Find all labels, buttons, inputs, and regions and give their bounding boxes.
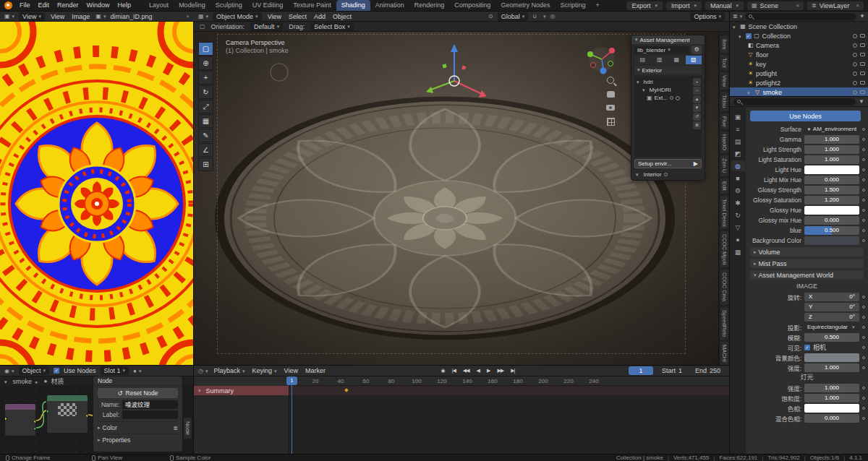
workspace-tab-layout[interactable]: Layout [144, 0, 174, 11]
playback-menu[interactable]: Playback [213, 367, 247, 374]
hide-eye-icon[interactable] [853, 53, 857, 57]
snap-magnet-icon[interactable]: ∪ [532, 13, 537, 20]
tab-view-layer[interactable]: ▤ [731, 136, 745, 147]
add-menu[interactable]: Add [312, 13, 327, 20]
asset-tab-2-icon[interactable]: ▥ [652, 56, 668, 64]
add-primitive-tool[interactable]: ⊞ [198, 158, 213, 171]
breadcrumb-object[interactable]: smoke [13, 378, 33, 385]
mist-pass-section[interactable]: Mist Pass [750, 259, 864, 268]
sidebar-tab-9[interactable]: Texel Densi [720, 196, 728, 230]
remove-button[interactable]: − [693, 87, 701, 95]
box-select-tool[interactable]: ▢ [198, 42, 213, 56]
light-saturation2-field[interactable]: 1.000 [804, 394, 859, 402]
sidebar-tab-10[interactable]: CCOC Mpoli [720, 231, 728, 267]
outliner-row-collection[interactable]: ✓ ▢ Collection [730, 31, 868, 40]
hide-eye-icon[interactable] [853, 90, 857, 95]
hide-eye-icon[interactable] [853, 43, 857, 48]
outliner-row-potlight2[interactable]: ☀ potlight2 [730, 78, 868, 87]
workspace-tab-texture-paint[interactable]: Texture Paint [288, 0, 336, 11]
prev-keyframe-button[interactable]: ◀◀ [461, 368, 471, 374]
filter-funnel-icon[interactable]: ▼ [859, 13, 865, 20]
view-menu[interactable]: View [266, 13, 283, 20]
menu-render[interactable]: Render [54, 0, 82, 11]
disable-render-icon[interactable] [860, 72, 865, 75]
tab-world[interactable]: ◍ [731, 160, 745, 171]
light-mix-hue-field[interactable]: 0.000 [804, 176, 859, 184]
hide-eye-icon[interactable] [853, 62, 857, 66]
tab-output[interactable]: ≡ [731, 124, 745, 134]
manual-button[interactable]: Manual [705, 1, 744, 10]
asset-group-hdri[interactable]: hdri [637, 78, 692, 86]
disable-render-icon[interactable] [860, 81, 865, 85]
sidebar-tab-8[interactable]: Edit [720, 178, 728, 194]
asset-tab-4-icon[interactable]: ▧ [686, 56, 702, 64]
add-workspace-button[interactable]: + [590, 0, 604, 11]
material-browse-icon[interactable]: ● [133, 368, 141, 374]
tab-render[interactable]: ▣ [731, 111, 745, 122]
light-strength-field[interactable]: 1.000 [804, 145, 859, 154]
viewport-3d[interactable]: Camera Perspective (1) Collection | smok… [194, 32, 729, 365]
animate-dot-icon[interactable] [862, 387, 865, 389]
asset-category-dropdown[interactable]: Exterior [634, 66, 702, 74]
jump-to-start-button[interactable]: |◀ [451, 368, 457, 374]
viewlayer-unlink-icon[interactable]: × [856, 2, 859, 9]
play-reverse-button[interactable]: ◀ [475, 368, 481, 374]
collection-checkbox[interactable]: ✓ [746, 33, 752, 39]
editor-type-3d-icon[interactable]: ▦ [198, 13, 208, 20]
editor-type-outliner-icon[interactable]: ≣ [733, 13, 742, 20]
play-button[interactable]: ▶ [485, 368, 491, 374]
use-nodes-checkbox[interactable]: ✓ [54, 368, 59, 374]
export-button[interactable]: Export [626, 1, 663, 10]
asset-subitem-ext[interactable]: ▣ Ext... [637, 94, 692, 102]
list-menu-button[interactable]: ≣ [693, 121, 701, 129]
hide-eye-icon[interactable] [853, 72, 857, 76]
use-nodes-button[interactable]: Use Nodes [750, 111, 861, 121]
disable-render-icon[interactable] [860, 62, 865, 66]
animate-dot-icon[interactable] [862, 168, 865, 171]
world-strength-field[interactable]: 1.000 [804, 363, 859, 372]
object-menu[interactable]: Object [331, 13, 353, 20]
outliner-row-floor[interactable]: ▽ floor [730, 50, 868, 59]
animate-dot-icon[interactable] [862, 178, 865, 181]
reset-node-button[interactable]: ↺ Reset Node [98, 388, 178, 398]
asset-item-myhdri[interactable]: MyHDRI [637, 86, 692, 94]
image-unlink-icon[interactable]: × [186, 13, 190, 20]
image-view-menu[interactable]: View [49, 13, 66, 20]
hide-eye-icon[interactable] [853, 81, 857, 85]
animate-dot-icon[interactable] [862, 239, 865, 242]
animate-dot-icon[interactable] [862, 366, 865, 369]
menu-file[interactable]: File [16, 0, 34, 11]
tab-modifiers[interactable]: ⚙ [731, 185, 745, 196]
properties-search-input[interactable] [733, 98, 856, 105]
playhead-frame-tag[interactable]: 1 [286, 376, 297, 385]
image-editor-canvas[interactable] [0, 22, 194, 365]
animate-dot-icon[interactable] [862, 336, 865, 339]
orientation-dropdown[interactable]: Global [498, 12, 529, 21]
animate-dot-icon[interactable] [862, 229, 865, 232]
move-up-button[interactable]: ▲ [693, 95, 701, 103]
options-dropdown[interactable]: Options [690, 12, 725, 21]
blender-logo-icon[interactable] [4, 1, 12, 9]
animate-dot-icon[interactable] [862, 346, 865, 349]
outliner-row-scene-collection[interactable]: ▦ Scene Collection [730, 22, 868, 31]
timeline-body[interactable]: 20 40 60 80 100 120 140 160 180 200 220 … [194, 376, 729, 454]
playhead-line[interactable] [292, 376, 292, 454]
asset-library-dropdown[interactable]: lib_blender [634, 46, 689, 54]
tab-scene[interactable]: ◩ [731, 148, 745, 159]
light-saturation-field[interactable]: 1.000 [804, 155, 859, 164]
start-frame-field[interactable]: Start1 [658, 366, 686, 375]
snap-settings-dropdown[interactable] [541, 13, 546, 20]
move-tool[interactable]: + [198, 71, 213, 85]
surface-value-dropdown[interactable]: ●AM_environment [804, 125, 859, 134]
tab-object[interactable]: ■ [731, 173, 745, 184]
sidebar-tab-5[interactable]: Flue [720, 113, 728, 130]
next-keyframe-button[interactable]: ▶▶ [495, 368, 505, 374]
drag-mode-dropdown[interactable]: Select Box [310, 22, 354, 31]
auto-key-button[interactable]: ◉ [440, 368, 446, 374]
animate-dot-icon[interactable] [862, 158, 865, 161]
jump-to-end-button[interactable]: ▶| [509, 368, 516, 374]
scene-selector[interactable]: ▦ Scene × [747, 1, 804, 10]
scene-unlink-icon[interactable]: × [796, 2, 799, 9]
sidebar-tab-4[interactable]: Tidsu [720, 92, 728, 111]
select-menu[interactable]: Select [287, 13, 308, 20]
